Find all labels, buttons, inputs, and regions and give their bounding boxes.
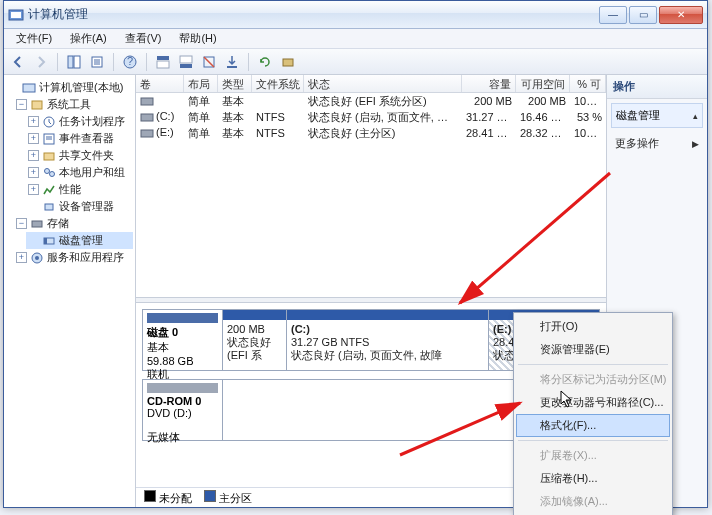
disk-state: 无媒体 [147, 430, 218, 445]
actions-section-diskmgmt[interactable]: 磁盘管理▴ [611, 103, 703, 128]
tree-local-users[interactable]: +本地用户和组 [26, 164, 133, 181]
tree-task-scheduler[interactable]: +任务计划程序 [26, 113, 133, 130]
view-top-button[interactable] [153, 52, 173, 72]
tree-label: 服务和应用程序 [47, 250, 124, 265]
tree-services-apps[interactable]: +服务和应用程序 [14, 249, 133, 266]
volume-list-header[interactable]: 卷 布局 类型 文件系统 状态 容量 可用空间 % 可 [136, 75, 606, 93]
chevron-up-icon: ▴ [693, 111, 698, 121]
list-row[interactable]: (C:) 简单 基本 NTFS 状态良好 (启动, 页面文件, 故障转储, 主分… [136, 109, 606, 125]
col-status[interactable]: 状态 [304, 75, 462, 92]
menu-separator [518, 440, 668, 441]
volume-icon [140, 126, 154, 140]
maximize-button[interactable]: ▭ [629, 6, 657, 24]
partition-size: 31.27 GB NTFS [291, 336, 484, 349]
refresh-button[interactable] [255, 52, 275, 72]
volume-icon [140, 110, 154, 124]
col-layout[interactable]: 布局 [184, 75, 218, 92]
app-icon [8, 7, 24, 23]
cell-text: 31.27 GB [462, 110, 516, 124]
svg-text:?: ? [127, 55, 133, 67]
tree-event-viewer[interactable]: +事件查看器 [26, 130, 133, 147]
legend-label: 未分配 [159, 492, 192, 504]
close-button[interactable]: ✕ [659, 6, 703, 24]
col-volume[interactable]: 卷 [136, 75, 184, 92]
tree-disk-management[interactable]: 磁盘管理 [26, 232, 133, 249]
back-button[interactable] [8, 52, 28, 72]
svg-rect-21 [45, 204, 53, 210]
help-button[interactable]: ? [120, 52, 140, 72]
ctx-mark-active: 将分区标记为活动分区(M) [516, 368, 670, 391]
svg-rect-8 [157, 61, 169, 68]
context-menu[interactable]: 打开(O) 资源管理器(E) 将分区标记为活动分区(M) 更改驱动器号和路径(C… [513, 312, 673, 515]
svg-point-26 [35, 256, 39, 260]
expand-icon[interactable]: + [28, 167, 39, 178]
partition-status: 状态良好 (启动, 页面文件, 故障 [291, 349, 484, 362]
expand-icon[interactable]: + [28, 184, 39, 195]
svg-rect-13 [283, 59, 293, 66]
col-type[interactable]: 类型 [218, 75, 252, 92]
col-filesystem[interactable]: 文件系统 [252, 75, 304, 92]
cell-text: 100 % [570, 94, 606, 108]
legend-swatch-primary [204, 490, 216, 502]
col-capacity[interactable]: 容量 [462, 75, 516, 92]
svg-rect-27 [141, 98, 153, 105]
tree-system-tools[interactable]: −系统工具 [14, 96, 133, 113]
properties-button[interactable] [87, 52, 107, 72]
expand-icon[interactable]: + [16, 252, 27, 263]
col-percent[interactable]: % 可 [570, 75, 606, 92]
view-bottom-button[interactable] [176, 52, 196, 72]
col-free[interactable]: 可用空间 [516, 75, 570, 92]
disk-kind: 基本 [147, 340, 218, 355]
title-bar[interactable]: 计算机管理 — ▭ ✕ [4, 1, 707, 29]
cell-text: (E:) [156, 126, 174, 138]
partition-c[interactable]: (C:) 31.27 GB NTFS 状态良好 (启动, 页面文件, 故障 [287, 310, 489, 370]
tree-performance[interactable]: +性能 [26, 181, 133, 198]
tree-storage[interactable]: −存储 [14, 215, 133, 232]
expand-icon[interactable]: + [28, 133, 39, 144]
cell-text: 基本 [218, 93, 252, 110]
tree-label: 共享文件夹 [59, 148, 114, 163]
menu-view[interactable]: 查看(V) [117, 29, 170, 48]
rescan-button[interactable] [278, 52, 298, 72]
ctx-format[interactable]: 格式化(F)... [516, 414, 670, 437]
menu-action[interactable]: 操作(A) [62, 29, 115, 48]
actions-more[interactable]: 更多操作▶ [607, 132, 707, 155]
menu-help[interactable]: 帮助(H) [171, 29, 224, 48]
settings-button[interactable] [199, 52, 219, 72]
tree-device-manager[interactable]: 设备管理器 [26, 198, 133, 215]
expand-icon[interactable]: + [28, 150, 39, 161]
cell-text: 状态良好 (主分区) [304, 125, 462, 142]
expand-icon[interactable]: + [28, 116, 39, 127]
ctx-explorer[interactable]: 资源管理器(E) [516, 338, 670, 361]
list-row[interactable]: 简单 基本 状态良好 (EFI 系统分区) 200 MB 200 MB 100 … [136, 93, 606, 109]
list-row[interactable]: (E:) 简单 基本 NTFS 状态良好 (主分区) 28.41 GB 28.3… [136, 125, 606, 141]
cell-text: NTFS [252, 110, 304, 124]
ctx-open[interactable]: 打开(O) [516, 315, 670, 338]
volume-list[interactable]: 简单 基本 状态良好 (EFI 系统分区) 200 MB 200 MB 100 … [136, 93, 606, 297]
svg-rect-1 [11, 12, 21, 18]
disk-header[interactable]: CD-ROM 0 DVD (D:) 无媒体 [143, 380, 223, 440]
disk-name: CD-ROM 0 [147, 395, 218, 407]
action-button[interactable] [222, 52, 242, 72]
disk-header[interactable]: 磁盘 0 基本 59.88 GB 联机 [143, 310, 223, 370]
partition-efi[interactable]: 200 MB 状态良好 (EFI 系 [223, 310, 287, 370]
tree-shared-folders[interactable]: +共享文件夹 [26, 147, 133, 164]
toolbar-separator [248, 53, 249, 71]
menu-file[interactable]: 文件(F) [8, 29, 60, 48]
svg-rect-18 [44, 153, 54, 160]
collapse-icon[interactable]: − [16, 99, 27, 110]
ctx-shrink[interactable]: 压缩卷(H)... [516, 467, 670, 490]
actions-header: 操作 [607, 75, 707, 99]
collapse-icon[interactable]: − [16, 218, 27, 229]
svg-rect-14 [23, 84, 35, 92]
window-title: 计算机管理 [28, 6, 597, 23]
forward-button[interactable] [31, 52, 51, 72]
nav-tree[interactable]: 计算机管理(本地) −系统工具 +任务计划程序 +事件查看器 +共享文件夹 +本… [4, 75, 136, 507]
ctx-change-drive[interactable]: 更改驱动器号和路径(C)... [516, 391, 670, 414]
svg-rect-7 [157, 56, 169, 60]
tree-root[interactable]: 计算机管理(本地) [6, 79, 133, 96]
minimize-button[interactable]: — [599, 6, 627, 24]
show-hide-tree-button[interactable] [64, 52, 84, 72]
tree-label: 计算机管理(本地) [39, 80, 123, 95]
cell-text: (C:) [156, 110, 174, 122]
